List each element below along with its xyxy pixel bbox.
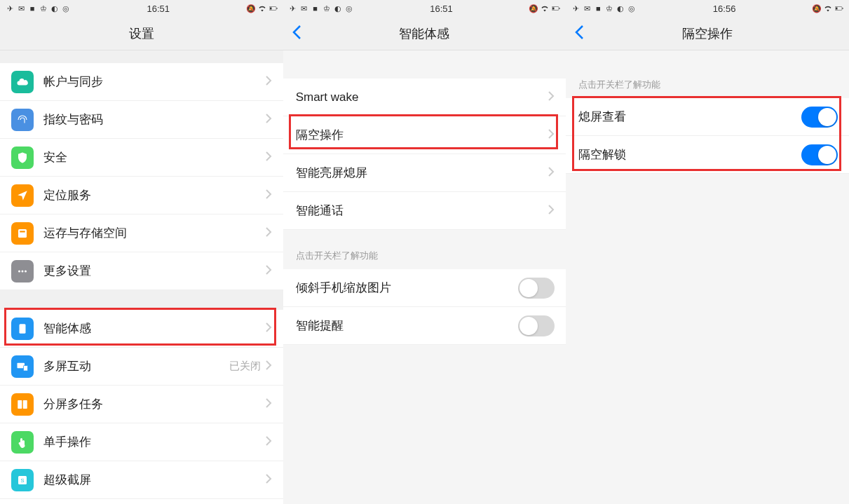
chevron-right-icon bbox=[265, 151, 272, 165]
onehand-icon bbox=[11, 431, 34, 454]
toggle-tilt-zoom[interactable] bbox=[518, 278, 555, 299]
screen-settings: ✈ ✉ ■ ♔ ◐ ◎ 16:51 🔕 设置 帐户与同步 指纹与密码 bbox=[0, 0, 283, 504]
chevron-right-icon bbox=[265, 226, 272, 240]
settings-item-smart-motion[interactable]: 智能体感 bbox=[0, 310, 283, 348]
page-title: 设置 bbox=[129, 25, 154, 42]
status-time: 16:51 bbox=[430, 4, 453, 14]
toggle-air-unlock[interactable] bbox=[801, 144, 838, 165]
app-icon: ■ bbox=[594, 4, 602, 13]
chevron-right-icon bbox=[548, 166, 555, 180]
item-label: 智能体感 bbox=[43, 320, 265, 336]
item-label: 安全 bbox=[43, 149, 265, 165]
svg-rect-12 bbox=[23, 400, 27, 409]
target-icon: ◎ bbox=[627, 4, 636, 13]
item-smart-wake[interactable]: Smart wake bbox=[283, 79, 566, 116]
item-label: 倾斜手机缩放图片 bbox=[296, 280, 519, 296]
item-smart-call[interactable]: 智能通话 bbox=[283, 192, 566, 230]
split-icon bbox=[11, 393, 34, 416]
wifi-icon bbox=[824, 4, 832, 13]
storage-icon bbox=[11, 222, 34, 245]
nav-bar: 隔空操作 bbox=[566, 17, 849, 50]
toggle-wake-view[interactable] bbox=[801, 107, 838, 128]
mute-icon: 🔕 bbox=[247, 4, 255, 13]
status-left: ✈ ✉ ■ ♔ ◐ ◎ bbox=[6, 4, 70, 13]
svg-rect-4 bbox=[20, 231, 25, 232]
svg-point-7 bbox=[25, 270, 27, 272]
status-bar: ✈ ✉ ■ ♔ ◐ ◎ 16:51 🔕 bbox=[283, 0, 566, 17]
settings-item-account-sync[interactable]: 帐户与同步 bbox=[0, 63, 283, 101]
chevron-right-icon bbox=[265, 473, 272, 487]
toggle-smart-remind[interactable] bbox=[518, 315, 555, 336]
settings-item-appclone[interactable]: 应用分身 bbox=[0, 499, 283, 504]
target-icon: ◎ bbox=[345, 4, 353, 13]
mute-icon: 🔕 bbox=[529, 4, 538, 13]
svg-text:S: S bbox=[20, 477, 24, 484]
status-right: 🔕 bbox=[529, 4, 560, 13]
more-icon bbox=[11, 260, 34, 282]
chevron-right-icon bbox=[265, 435, 272, 449]
settings-item-fingerprint-password[interactable]: 指纹与密码 bbox=[0, 101, 283, 139]
motion-icon bbox=[11, 318, 34, 340]
svg-point-5 bbox=[18, 270, 20, 272]
target-icon: ◎ bbox=[62, 4, 70, 13]
item-tilt-zoom[interactable]: 倾斜手机缩放图片 bbox=[283, 269, 566, 307]
cart-icon: ♔ bbox=[39, 4, 48, 13]
item-air-unlock[interactable]: 隔空解锁 bbox=[566, 136, 849, 174]
circle-icon: ◐ bbox=[334, 4, 342, 13]
item-smart-screen[interactable]: 智能亮屏熄屏 bbox=[283, 154, 566, 192]
screen-air-gesture: ✈ ✉ ■ ♔ ◐ ◎ 16:56 🔕 隔空操作 点击开关栏了解功能 熄屏查看 … bbox=[566, 0, 849, 504]
circle-icon: ◐ bbox=[50, 4, 59, 13]
svg-rect-19 bbox=[552, 8, 555, 10]
settings-item-multiscreen[interactable]: 多屏互动 已关闭 bbox=[0, 348, 283, 386]
settings-item-screenshot[interactable]: S 超级截屏 bbox=[0, 461, 283, 499]
app-icon: ■ bbox=[311, 4, 320, 13]
item-label: Smart wake bbox=[296, 90, 548, 104]
status-right: 🔕 bbox=[247, 4, 278, 13]
item-label: 分屏多任务 bbox=[43, 396, 265, 412]
svg-rect-18 bbox=[559, 8, 560, 9]
svg-rect-2 bbox=[270, 8, 272, 10]
settings-item-storage[interactable]: 运存与存储空间 bbox=[0, 214, 283, 252]
wifi-icon bbox=[258, 4, 266, 13]
svg-rect-1 bbox=[276, 8, 277, 9]
settings-item-more[interactable]: 更多设置 bbox=[0, 252, 283, 290]
item-label: 超级截屏 bbox=[43, 472, 265, 488]
back-button[interactable] bbox=[574, 25, 584, 43]
item-smart-remind[interactable]: 智能提醒 bbox=[283, 307, 566, 345]
settings-item-location[interactable]: 定位服务 bbox=[0, 177, 283, 214]
item-label: 多屏互动 bbox=[43, 358, 229, 374]
multiscreen-icon bbox=[11, 355, 34, 378]
section-header: 点击开关栏了解功能 bbox=[566, 50, 849, 98]
item-air-gesture[interactable]: 隔空操作 bbox=[283, 116, 566, 154]
cloud-icon bbox=[11, 71, 34, 93]
nav-bar: 智能体感 bbox=[283, 17, 566, 50]
settings-item-splitscreen[interactable]: 分屏多任务 bbox=[0, 386, 283, 423]
status-left: ✈ ✉ ■ ♔ ◐ ◎ bbox=[289, 4, 353, 13]
item-label: 指纹与密码 bbox=[43, 111, 265, 128]
screenshot-icon: S bbox=[11, 469, 34, 491]
status-time: 16:56 bbox=[713, 4, 736, 14]
airplane-icon: ✈ bbox=[571, 4, 580, 13]
svg-rect-8 bbox=[20, 324, 26, 334]
item-wake-view[interactable]: 熄屏查看 bbox=[566, 98, 849, 136]
cart-icon: ♔ bbox=[322, 4, 331, 13]
app-icon: ■ bbox=[28, 4, 36, 13]
status-bar: ✈ ✉ ■ ♔ ◐ ◎ 16:56 🔕 bbox=[566, 0, 849, 17]
item-label: 定位服务 bbox=[43, 187, 265, 203]
chevron-right-icon bbox=[265, 75, 272, 89]
location-icon bbox=[11, 184, 34, 207]
mail-icon: ✉ bbox=[17, 4, 25, 13]
battery-icon bbox=[552, 4, 560, 13]
chevron-right-icon bbox=[265, 189, 272, 203]
item-label: 智能通话 bbox=[296, 203, 548, 219]
status-bar: ✈ ✉ ■ ♔ ◐ ◎ 16:51 🔕 bbox=[0, 0, 283, 17]
item-label: 隔空解锁 bbox=[578, 147, 801, 163]
svg-rect-10 bbox=[24, 365, 28, 371]
circle-icon: ◐ bbox=[616, 4, 625, 13]
page-title: 隔空操作 bbox=[682, 25, 733, 42]
settings-item-onehand[interactable]: 单手操作 bbox=[0, 423, 283, 461]
status-time: 16:51 bbox=[147, 4, 170, 14]
settings-item-security[interactable]: 安全 bbox=[0, 139, 283, 177]
back-button[interactable] bbox=[292, 25, 301, 43]
content-area: 点击开关栏了解功能 熄屏查看 隔空解锁 bbox=[566, 50, 849, 504]
